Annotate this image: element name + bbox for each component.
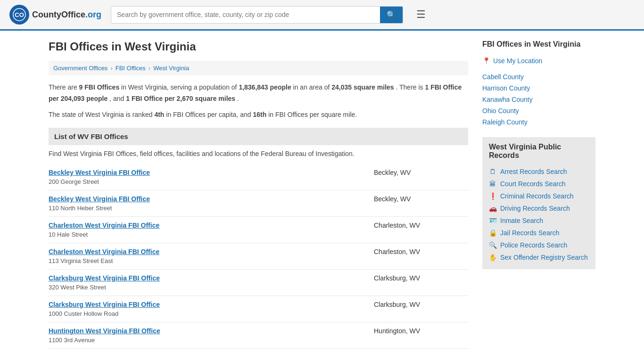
table-row: Beckley West Virginia FBI Office 200 Geo… (49, 164, 468, 190)
stats-paragraph-2: The state of West Virginia is ranked 4th… (49, 109, 468, 121)
office-info: Beckley West Virginia FBI Office 200 Geo… (49, 169, 374, 185)
sidebar-record-link[interactable]: 🏛Court Records Search (489, 178, 589, 190)
search-bar: 🔍 (111, 6, 403, 24)
site-header: CO CountyOffice.org 🔍 ☰ (0, 0, 644, 31)
office-info: Charleston West Virginia FBI Office 10 H… (49, 222, 374, 238)
records-links: 🗒Arrest Records Search🏛Court Records Sea… (489, 165, 589, 263)
search-button[interactable]: 🔍 (380, 7, 403, 23)
record-icon: 🏛 (489, 180, 496, 188)
list-section-header: List of WV FBI Offices (49, 128, 468, 145)
record-label: Jail Records Search (500, 229, 559, 237)
sidebar-record-link[interactable]: ✋Sex Offender Registry Search (489, 251, 589, 263)
sidebar-record-link[interactable]: 🔍Police Records Search (489, 239, 589, 251)
table-row: Charleston West Virginia FBI Office 10 H… (49, 217, 468, 243)
office-name-link[interactable]: Clarksburg West Virginia FBI Office (49, 301, 374, 308)
logo-text: CountyOffice.org (32, 10, 101, 20)
list-description: Find West Virginia FBI Offices, field of… (49, 150, 468, 157)
office-city-state: Charleston, WV (374, 248, 468, 255)
office-name-link[interactable]: Beckley West Virginia FBI Office (49, 195, 374, 203)
sidebar-record-link[interactable]: 🗒Arrest Records Search (489, 165, 589, 178)
office-address: 200 George Street (49, 178, 99, 185)
office-name-link[interactable]: Clarksburg West Virginia FBI Office (49, 274, 374, 282)
county-links: Cabell CountyHarrison CountyKanawha Coun… (482, 71, 595, 128)
main-container: FBI Offices in West Virginia Government … (39, 31, 605, 358)
office-name-link[interactable]: Charleston West Virginia FBI Office (49, 222, 374, 229)
office-name-link[interactable]: Huntington West Virginia FBI Office (49, 327, 374, 335)
office-city-state: Huntington, WV (374, 327, 468, 335)
breadcrumb-link-wv[interactable]: West Virginia (153, 65, 189, 72)
record-label: Arrest Records Search (500, 168, 567, 175)
office-info: Charleston West Virginia FBI Office 113 … (49, 248, 374, 264)
office-address: 10 Hale Street (49, 231, 88, 238)
office-info: Clarksburg West Virginia FBI Office 320 … (49, 274, 374, 291)
stats-paragraph-1: There are 9 FBI Offices in West Virginia… (49, 82, 468, 105)
sidebar-record-link[interactable]: 🔒Jail Records Search (489, 227, 589, 239)
pin-icon: 📍 (482, 57, 490, 65)
hamburger-icon: ☰ (416, 8, 426, 20)
sidebar-nav-title: FBI Offices in West Virginia (482, 40, 595, 49)
breadcrumb-link-fbi[interactable]: FBI Offices (116, 65, 146, 72)
office-address: 1100 3rd Avenue (49, 337, 95, 344)
record-label: Criminal Records Search (500, 192, 574, 200)
office-city-state: Charleston, WV (374, 222, 468, 229)
sidebar-item-county[interactable]: Raleigh County (482, 116, 595, 128)
record-label: Inmate Search (500, 217, 543, 224)
office-info: Beckley West Virginia FBI Office 110 Nor… (49, 195, 374, 212)
table-row: Clarksburg West Virginia FBI Office 320 … (49, 270, 468, 296)
record-icon: 🔍 (489, 241, 496, 249)
record-label: Driving Records Search (500, 205, 570, 212)
table-row: Charleston West Virginia FBI Office 113 … (49, 243, 468, 270)
breadcrumb-link-gov[interactable]: Government Offices (53, 65, 107, 72)
svg-text:CO: CO (15, 11, 24, 18)
sidebar-record-link[interactable]: ❗Criminal Records Search (489, 190, 589, 202)
sidebar-item-county[interactable]: Kanawha County (482, 94, 595, 105)
breadcrumb-sep-1: › (110, 65, 112, 72)
site-logo[interactable]: CO CountyOffice.org (9, 5, 101, 25)
use-location-link[interactable]: Use My Location (493, 55, 542, 66)
record-icon: ✋ (489, 254, 496, 261)
record-icon: ❗ (489, 192, 496, 200)
office-address: 110 North Heber Street (49, 205, 112, 212)
sidebar-record-link[interactable]: 🚗Driving Records Search (489, 202, 589, 214)
office-info: Huntington West Virginia FBI Office 1100… (49, 327, 374, 344)
hamburger-button[interactable]: ☰ (413, 7, 429, 23)
record-label: Court Records Search (500, 180, 566, 188)
record-icon: 🪪 (489, 217, 496, 224)
sidebar-record-link[interactable]: 🪪Inmate Search (489, 214, 589, 227)
use-location-row: 📍 Use My Location (482, 55, 595, 66)
office-name-link[interactable]: Beckley West Virginia FBI Office (49, 169, 374, 176)
office-name-link[interactable]: Charleston West Virginia FBI Office (49, 248, 374, 255)
office-address: 1000 Custer Hollow Road (49, 310, 118, 317)
office-city-state: Clarksburg, WV (374, 301, 468, 308)
sidebar-item-county[interactable]: Ohio County (482, 105, 595, 116)
table-row: Beckley West Virginia FBI Office 110 Nor… (49, 190, 468, 217)
office-address: 320 West Pike Street (49, 284, 106, 291)
table-row: Clarksburg West Virginia FBI Office 1000… (49, 296, 468, 322)
office-city-state: Clarksburg, WV (374, 274, 468, 282)
record-label: Police Records Search (500, 241, 567, 249)
breadcrumb-sep-2: › (149, 65, 150, 72)
page-title: FBI Offices in West Virginia (49, 40, 468, 53)
office-city-state: Beckley, WV (374, 169, 468, 176)
search-icon: 🔍 (387, 11, 396, 19)
office-info: Clarksburg West Virginia FBI Office 1000… (49, 301, 374, 317)
sidebar: FBI Offices in West Virginia 📍 Use My Lo… (482, 40, 595, 349)
search-input[interactable] (111, 7, 380, 23)
public-records-section: West Virginia Public Records 🗒Arrest Rec… (482, 137, 595, 269)
record-icon: 🚗 (489, 205, 496, 212)
sidebar-item-county[interactable]: Harrison County (482, 82, 595, 94)
content-area: FBI Offices in West Virginia Government … (49, 40, 468, 349)
logo-icon: CO (9, 5, 29, 25)
breadcrumb: Government Offices › FBI Offices › West … (49, 61, 468, 75)
office-city-state: Beckley, WV (374, 195, 468, 203)
record-label: Sex Offender Registry Search (500, 254, 588, 261)
table-row: Huntington West Virginia FBI Office 1100… (49, 322, 468, 349)
record-icon: 🗒 (489, 168, 496, 175)
public-records-title: West Virginia Public Records (489, 143, 589, 160)
offices-list: Beckley West Virginia FBI Office 200 Geo… (49, 164, 468, 349)
record-icon: 🔒 (489, 229, 496, 237)
office-address: 113 Virginia Street East (49, 257, 113, 264)
sidebar-item-county[interactable]: Cabell County (482, 71, 595, 82)
sidebar-nav: 📍 Use My Location Cabell CountyHarrison … (482, 55, 595, 128)
